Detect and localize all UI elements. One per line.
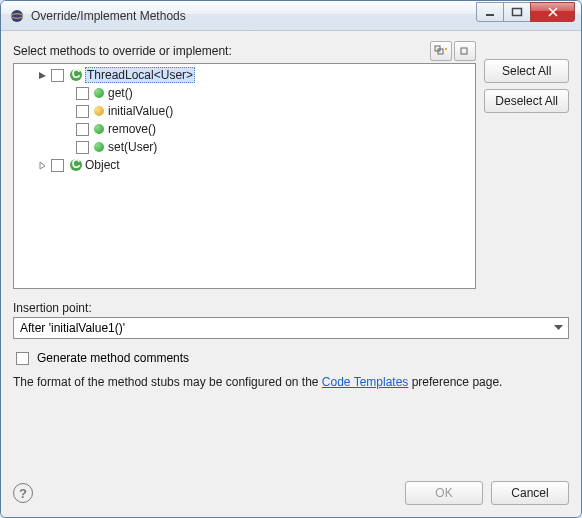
tree-node-label: get() [108,86,133,100]
protected-method-icon [94,106,104,116]
select-methods-label: Select methods to override or implement: [13,44,428,58]
dialog-content: Select methods to override or implement:… [1,31,581,517]
svg-rect-6 [461,48,467,54]
eclipse-icon [9,8,25,24]
titlebar[interactable]: Override/Implement Methods [1,1,581,31]
public-method-icon [94,124,104,134]
code-templates-link[interactable]: Code Templates [322,375,409,389]
checkbox[interactable] [51,69,64,82]
tree-node-label: set(User) [108,140,157,154]
expander-collapsed-icon[interactable] [36,159,48,171]
combo-value: After 'initialValue1()' [20,321,550,335]
maximize-button[interactable] [503,2,531,22]
tree-node-label: ThreadLocal<User> [85,67,195,83]
checkbox[interactable] [76,87,89,100]
expander-expanded-icon[interactable] [36,69,48,81]
help-icon[interactable]: ? [13,483,33,503]
window-controls [477,2,575,22]
checkbox[interactable] [76,141,89,154]
tree-node-label: remove() [108,122,156,136]
svg-rect-3 [513,8,522,15]
generate-comments-checkbox[interactable] [16,352,29,365]
tree-node-method[interactable]: remove() [16,120,473,138]
hint-text: The format of the method stubs may be co… [13,375,569,389]
methods-tree[interactable]: C ThreadLocal<User> get() initialValue() [13,63,476,289]
class-icon: C [69,68,83,82]
insertion-point-label: Insertion point: [13,301,569,315]
minimize-button[interactable] [476,2,504,22]
window-title: Override/Implement Methods [31,9,477,23]
tree-node-method[interactable]: initialValue() [16,102,473,120]
ok-button[interactable]: OK [405,481,483,505]
tree-node-class[interactable]: C ThreadLocal<User> [16,66,473,84]
close-button[interactable] [530,2,575,22]
cancel-button[interactable]: Cancel [491,481,569,505]
svg-point-0 [11,10,23,22]
chevron-down-icon [550,325,566,331]
public-method-icon [94,142,104,152]
class-icon: C [69,158,83,172]
svg-text:C: C [72,68,81,81]
dialog-window: Override/Implement Methods Select method… [0,0,582,518]
svg-rect-2 [486,14,494,16]
checkbox[interactable] [51,159,64,172]
checkbox[interactable] [76,105,89,118]
deselect-all-button[interactable]: Deselect All [484,89,569,113]
public-method-icon [94,88,104,98]
tree-node-label: Object [85,158,120,172]
checkbox[interactable] [76,123,89,136]
svg-text:C: C [72,158,81,171]
tree-node-method[interactable]: set(User) [16,138,473,156]
insertion-point-combo[interactable]: After 'initialValue1()' [13,317,569,339]
generate-comments-label: Generate method comments [37,351,189,365]
tree-node-class[interactable]: C Object [16,156,473,174]
tree-node-label: initialValue() [108,104,173,118]
collapse-all-button[interactable] [454,41,476,61]
tree-node-method[interactable]: get() [16,84,473,102]
expand-all-button[interactable] [430,41,452,61]
select-all-button[interactable]: Select All [484,59,569,83]
